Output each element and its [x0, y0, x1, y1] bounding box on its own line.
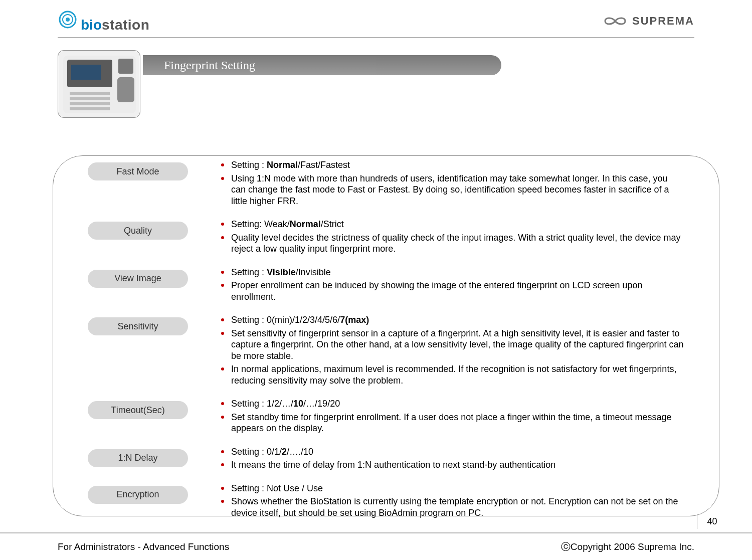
section-row: EncryptionSetting : Not Use / UseShows w… — [88, 483, 694, 521]
device-icon — [62, 55, 137, 114]
logo-bio: bio — [81, 17, 102, 33]
logo-station: station — [102, 17, 149, 33]
list-item: Set sensitivity of fingerprint sensor in… — [221, 328, 684, 362]
list-item: Quality level decides the strictness of … — [221, 232, 684, 255]
section-row: QualitySetting: Weak/Normal/StrictQualit… — [88, 219, 694, 257]
svg-rect-11 — [70, 107, 110, 110]
section-row: SensitivitySetting : 0(min)/1/2/3/4/5/6/… — [88, 314, 694, 388]
section-pill: 1:N Delay — [88, 449, 188, 467]
section-pill: Quality — [88, 222, 188, 240]
page: biostation SUPREMA Fingerprint — [0, 0, 752, 560]
section-row: Fast ModeSetting : Normal/Fast/FastestUs… — [88, 159, 694, 209]
biostation-logo: biostation — [58, 10, 149, 33]
section-desc: Setting: Weak/Normal/StrictQuality level… — [212, 219, 694, 257]
section-desc: Setting : 0(min)/1/2/3/4/5/6/7(max)Set s… — [212, 314, 694, 388]
footer-right: ⓒCopyright 2006 Suprema Inc. — [561, 540, 694, 553]
header: biostation SUPREMA — [58, 0, 694, 35]
page-number: 40 — [697, 514, 722, 529]
title-bar: Fingerprint Setting — [143, 55, 501, 75]
svg-rect-10 — [70, 102, 110, 105]
footer-left: For Administrators - Advanced Functions — [58, 541, 229, 552]
list-item: Setting: Weak/Normal/Strict — [221, 219, 684, 230]
list-item: Setting : 1/2/…/10/…/19/20 — [221, 398, 684, 410]
section-desc: Setting : 0/1/2/…./10 It means the time … — [212, 446, 694, 473]
section-row: 1:N Delay Setting : 0/1/2/…./10 It means… — [88, 446, 694, 473]
section-pill: Timeout(Sec) — [88, 401, 188, 419]
section-pill: Encryption — [88, 486, 188, 504]
biostation-swirl-icon — [58, 10, 78, 30]
section-desc: Setting : Not Use / UseShows whether the… — [212, 483, 694, 521]
list-item: Setting : 0/1/2/…./10 — [221, 446, 684, 458]
suprema-logo: SUPREMA — [603, 15, 694, 28]
section-row: Timeout(Sec)Setting : 1/2/…/10/…/19/20Se… — [88, 398, 694, 436]
list-item: Setting : Normal/Fast/Fastest — [221, 159, 684, 171]
device-thumbnail — [58, 50, 140, 118]
list-item: Setting : Not Use / Use — [221, 483, 684, 494]
svg-rect-5 — [71, 65, 101, 80]
svg-rect-8 — [70, 92, 110, 95]
list-item: It means the time of delay from 1:N auth… — [221, 459, 684, 471]
suprema-infinity-icon — [603, 15, 627, 28]
footer: For Administrators - Advanced Functions … — [0, 532, 752, 560]
list-item: In normal applications, maximum level is… — [221, 363, 684, 386]
section-pill: Fast Mode — [88, 162, 188, 180]
page-title: Fingerprint Setting — [164, 59, 255, 72]
section-desc: Setting : 1/2/…/10/…/19/20Set standby ti… — [212, 398, 694, 436]
list-item: Set standby time for fingerprint enrollm… — [221, 412, 684, 434]
list-item: Setting : 0(min)/1/2/3/4/5/6/7(max) — [221, 314, 684, 326]
svg-rect-7 — [117, 77, 134, 102]
section-pill: View Image — [88, 270, 188, 288]
sections-container: Fast ModeSetting : Normal/Fast/FastestUs… — [88, 159, 694, 530]
list-item: Setting : Visible/Invisible — [221, 267, 684, 278]
section-desc: Setting : Visible/InvisibleProper enroll… — [212, 267, 694, 305]
list-item: Using 1:N mode with more than hundreds o… — [221, 173, 684, 207]
list-item: Proper enrollment can be induced by show… — [221, 280, 684, 302]
svg-rect-6 — [118, 59, 133, 74]
suprema-name: SUPREMA — [632, 15, 694, 28]
svg-rect-9 — [70, 97, 110, 100]
list-item: Shows whether the BioStation is currentl… — [221, 496, 684, 518]
header-divider — [58, 37, 694, 38]
section-pill: Sensitivity — [88, 317, 188, 335]
section-row: View ImageSetting : Visible/InvisiblePro… — [88, 267, 694, 305]
section-desc: Setting : Normal/Fast/FastestUsing 1:N m… — [212, 159, 694, 209]
svg-point-2 — [66, 18, 70, 22]
